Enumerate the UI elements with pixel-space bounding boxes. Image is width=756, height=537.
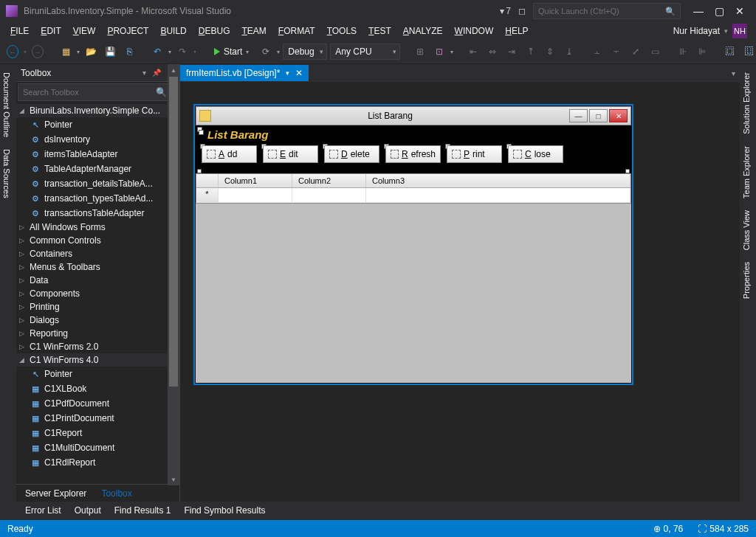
toolbox-item[interactable]: ⚙itemsTableAdapter [16, 147, 179, 162]
grid-hspace-icon[interactable]: ⊪ [675, 44, 691, 60]
size-icon[interactable]: ⤢ [628, 44, 644, 60]
minimize-button[interactable]: — [688, 2, 709, 20]
resize-handle[interactable] [197, 169, 202, 173]
toolbox-item[interactable]: ↖Pointer [16, 367, 179, 381]
undo-button[interactable]: ↶ [149, 44, 165, 60]
menu-analyze[interactable]: ANALYZE [397, 24, 449, 38]
toolbox-item[interactable]: ▦C1MultiDocument [16, 440, 179, 455]
toolbox-item[interactable]: ▦C1RdlReport [16, 455, 179, 470]
menu-test[interactable]: TEST [362, 24, 397, 38]
bottom-tab-error-list[interactable]: Error List [19, 503, 67, 518]
pin-icon[interactable]: 📌 [150, 69, 163, 77]
align-bottom-icon[interactable]: ⤓ [561, 44, 577, 60]
toolbox-group[interactable]: ▷Containers [16, 247, 179, 260]
grid-col-header[interactable]: Column1 [219, 174, 292, 187]
toolbox-group-c1[interactable]: ◢ C1 WinForms 4.0 [16, 353, 179, 367]
align-right-icon[interactable]: ⇥ [504, 44, 520, 60]
open-file-button[interactable]: 📂 [83, 44, 99, 60]
side-tab-solution-explorer[interactable]: Solution Explorer [740, 66, 753, 140]
tab-close-icon[interactable]: ✕ [295, 68, 303, 78]
grid-col-header[interactable]: Column2 [292, 174, 366, 187]
document-tab-active[interactable]: frmItemList.vb [Design]* ▾ ✕ [180, 65, 309, 81]
align-left-icon[interactable]: ⇤ [465, 44, 481, 60]
platform-combo[interactable]: Any CPU [330, 44, 400, 60]
save-all-button[interactable]: ⎘ [121, 44, 137, 60]
form-close-button[interactable]: Close [508, 145, 563, 163]
toolbox-item[interactable]: ⚙transaction_typesTableAd... [16, 191, 179, 206]
form-edit-button[interactable]: Edit [263, 145, 318, 163]
user-dropdown-icon[interactable]: ▾ [724, 27, 728, 35]
maximize-button[interactable]: ▢ [709, 2, 729, 20]
menu-edit[interactable]: EDIT [35, 24, 66, 38]
menu-team[interactable]: TEAM [236, 24, 272, 38]
form-print-button[interactable]: Print [447, 145, 502, 163]
hspace-icon[interactable]: ⫠ [589, 44, 605, 60]
nav-back-button[interactable]: ← [4, 44, 21, 60]
align-top-icon[interactable]: ⤒ [523, 44, 539, 60]
bottom-tab-find-symbol-results[interactable]: Find Symbol Results [178, 503, 271, 518]
toolbox-group[interactable]: ▷Dialogs [16, 313, 179, 327]
bottom-tab-output[interactable]: Output [69, 503, 107, 518]
vspace-icon[interactable]: ⫟ [608, 44, 625, 60]
grid-col-header[interactable]: Column3 [366, 174, 630, 187]
align-middle-icon[interactable]: ⇕ [542, 44, 558, 60]
form-max-button[interactable]: □ [589, 109, 608, 122]
dropdown-icon[interactable]: ▾ [286, 69, 289, 77]
grid-selector-header[interactable] [196, 174, 219, 187]
debug-target-button[interactable]: ⟳ [258, 44, 274, 60]
toolbox-group-root[interactable]: ◢ BiruniLabs.Inventory.Simple Co... [16, 104, 179, 117]
menu-build[interactable]: BUILD [154, 24, 192, 38]
side-tab-team-explorer[interactable]: Team Explorer [740, 140, 753, 204]
toolbox-item[interactable]: ▦C1PrintDocument [16, 411, 179, 426]
toolbox-scrollbar[interactable]: ▲ ▼ [168, 64, 179, 485]
layout-button-1[interactable]: ⊞ [412, 44, 428, 60]
toolbox-group[interactable]: ▷Printing [16, 300, 179, 313]
tab-toolbox[interactable]: Toolbox [95, 486, 137, 501]
config-combo[interactable]: Debug [283, 44, 327, 60]
side-tab-document-outline[interactable]: Document Outline [0, 66, 13, 143]
toolbox-group[interactable]: ▷Menus & Toolbars [16, 260, 179, 274]
toolbox-group[interactable]: ▷Common Controls [16, 234, 179, 247]
toolbox-item[interactable]: ⚙TableAdapterManager [16, 162, 179, 176]
side-tab-properties[interactable]: Properties [740, 256, 753, 305]
resize-handle[interactable] [625, 169, 630, 173]
toolbox-group[interactable]: ▷All Windows Forms [16, 221, 179, 234]
tab-order-icon[interactable]: ⿴ [722, 44, 738, 60]
toolbox-item[interactable]: ⚙transaction_detailsTableA... [16, 176, 179, 191]
toolbox-group[interactable]: ▷Reporting [16, 327, 179, 340]
menu-window[interactable]: WINDOW [449, 24, 500, 38]
fit-icon[interactable]: ▭ [647, 44, 663, 60]
menu-project[interactable]: PROJECT [101, 24, 154, 38]
menu-tools[interactable]: TOOLS [321, 24, 362, 38]
toolbox-group[interactable]: ▷C1 WinForms 2.0 [16, 340, 179, 353]
grid-vspace-icon[interactable]: ⊫ [694, 44, 710, 60]
save-button[interactable]: 💾 [102, 44, 118, 60]
side-tab-data-sources[interactable]: Data Sources [0, 143, 13, 204]
new-project-button[interactable]: ▦ [58, 44, 74, 60]
toolbox-item[interactable]: ▦C1PdfDocument [16, 396, 179, 411]
scroll-thumb[interactable] [169, 77, 178, 387]
menu-format[interactable]: FORMAT [272, 24, 321, 38]
form-refresh-button[interactable]: Refresh [385, 145, 441, 163]
designer-form[interactable]: List Barang — □ ✕ List Barang [193, 104, 633, 385]
data-grid[interactable]: Column1 Column2 Column3 * [196, 173, 631, 204]
feedback-icon[interactable]: ◻ [518, 6, 526, 16]
form-header-panel[interactable]: List Barang [196, 125, 631, 142]
nav-forward-button[interactable]: → [30, 44, 46, 60]
form-grid-area[interactable]: Column1 Column2 Column3 * [196, 169, 631, 383]
toolbox-item[interactable]: ↖Pointer [16, 117, 179, 132]
close-button[interactable]: ✕ [729, 2, 750, 20]
menu-view[interactable]: VIEW [67, 24, 102, 38]
redo-button[interactable]: ↷ [174, 44, 190, 60]
menu-file[interactable]: FILE [4, 24, 35, 38]
menu-debug[interactable]: DEBUG [193, 24, 236, 38]
toolbox-group[interactable]: ▷Data [16, 274, 179, 287]
quick-launch-input[interactable]: Quick Launch (Ctrl+Q) 🔍 [533, 3, 681, 19]
align-center-icon[interactable]: ⇔ [484, 44, 501, 60]
form-min-button[interactable]: — [569, 109, 588, 122]
form-delete-button[interactable]: Delete [324, 145, 379, 163]
panel-dropdown-icon[interactable]: ▾ [140, 69, 148, 77]
toolbox-item[interactable]: ▦C1Report [16, 426, 179, 440]
start-debug-button[interactable]: Start▾ [208, 45, 255, 58]
grid-new-row[interactable]: * [196, 188, 630, 203]
